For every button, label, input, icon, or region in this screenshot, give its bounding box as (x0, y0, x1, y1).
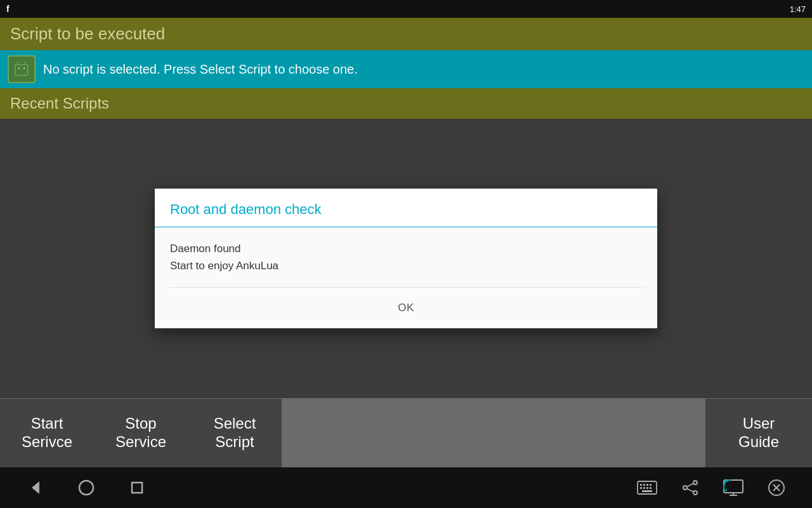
fb-icon: f (6, 4, 10, 14)
svg-point-2 (23, 67, 25, 69)
app-area: Script to be executed No script is selec… (0, 18, 812, 467)
select-script-button[interactable]: Select Script (188, 399, 282, 467)
no-script-text: No script is selected. Press Select Scri… (43, 62, 358, 77)
svg-line-3 (17, 62, 18, 64)
svg-rect-13 (640, 487, 642, 489)
svg-rect-0 (15, 65, 28, 76)
dialog-title: Root and daemon check (170, 201, 322, 217)
nav-left (25, 478, 147, 498)
dialog-body: Daemon found Start to enjoy AnkuLua (155, 227, 657, 287)
stop-service-button[interactable]: Stop Service (94, 399, 188, 467)
dialog-overlay: Root and daemon check Daemon found Start… (0, 119, 812, 398)
keyboard-icon[interactable] (637, 478, 657, 498)
script-icon (8, 55, 36, 83)
user-guide-button[interactable]: User Guide (705, 399, 812, 467)
svg-point-19 (683, 486, 687, 490)
dialog-line2: Start to enjoy AnkuLua (170, 257, 642, 274)
svg-rect-14 (643, 487, 645, 489)
clock: 1:47 (790, 4, 806, 14)
start-service-button[interactable]: Start Serivce (0, 399, 94, 467)
svg-point-18 (693, 481, 697, 485)
script-header-title: Script to be executed (10, 24, 165, 43)
content-area: Root and daemon check Daemon found Start… (0, 119, 812, 398)
dialog-title-bar: Root and daemon check (155, 189, 657, 227)
svg-rect-7 (132, 483, 142, 493)
button-spacer (282, 399, 705, 467)
dialog: Root and daemon check Daemon found Start… (155, 189, 657, 328)
status-bar: f 1:47 (0, 0, 812, 18)
svg-line-22 (687, 489, 693, 492)
close-icon[interactable] (766, 478, 787, 498)
svg-rect-9 (640, 484, 642, 486)
screen-icon[interactable] (723, 478, 743, 498)
nav-right (637, 478, 787, 498)
ok-button[interactable]: OK (379, 295, 433, 321)
svg-rect-10 (643, 484, 645, 486)
recent-scripts-header: Recent Scripts (0, 88, 812, 119)
script-header: Script to be executed (0, 18, 812, 50)
svg-line-4 (25, 62, 26, 64)
bottom-buttons: Start Serivce Stop Service Select Script… (0, 399, 812, 467)
svg-point-6 (79, 481, 93, 495)
back-button[interactable] (25, 478, 46, 498)
svg-rect-15 (646, 487, 648, 489)
dialog-line1: Daemon found (170, 240, 642, 257)
script-info-bar: No script is selected. Press Select Scri… (0, 50, 812, 88)
svg-rect-11 (646, 484, 648, 486)
share-icon[interactable] (680, 478, 700, 498)
recents-button[interactable] (127, 478, 147, 498)
svg-line-21 (687, 484, 693, 487)
svg-rect-16 (650, 487, 652, 489)
svg-rect-12 (650, 484, 652, 486)
home-button[interactable] (76, 478, 96, 498)
nav-bar (0, 467, 812, 508)
svg-point-1 (18, 67, 20, 69)
svg-rect-17 (642, 490, 652, 492)
recent-scripts-title: Recent Scripts (10, 95, 109, 112)
dialog-buttons: OK (155, 288, 657, 328)
svg-marker-5 (32, 481, 39, 494)
svg-point-20 (693, 491, 697, 495)
